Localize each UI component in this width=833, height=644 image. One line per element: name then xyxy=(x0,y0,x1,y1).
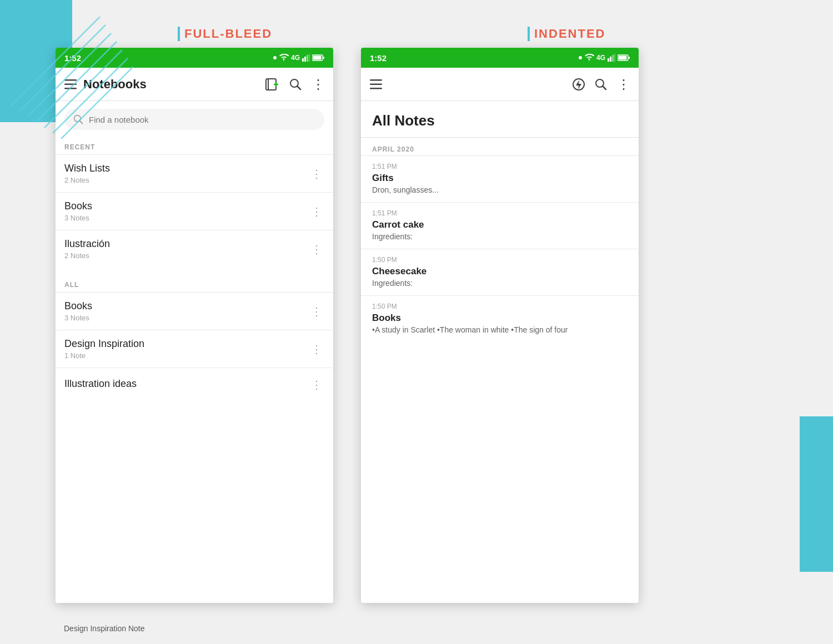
svg-rect-31 xyxy=(629,57,630,59)
note-time-carrot-cake: 1:51 PM xyxy=(372,209,628,217)
network-label: 4G xyxy=(291,54,300,62)
right-menu-icon[interactable] xyxy=(370,79,382,89)
all-notes-title: All Notes xyxy=(361,101,639,138)
svg-rect-33 xyxy=(370,83,382,85)
notebook-count-books-all: 3 Notes xyxy=(64,314,92,322)
notebook-item-design-inspiration[interactable]: Design Inspiration 1 Note ⋮ xyxy=(56,330,333,368)
svg-rect-9 xyxy=(307,55,308,62)
notebook-item-books-recent[interactable]: Books 3 Notes ⋮ xyxy=(56,192,333,230)
notebook-options-illustration-ideas[interactable]: ⋮ xyxy=(309,376,324,394)
note-item-carrot-cake[interactable]: 1:51 PM Carrot cake Ingredients: xyxy=(361,202,639,249)
svg-rect-15 xyxy=(64,83,77,85)
note-title-cheesecake: Cheesecake xyxy=(372,266,628,277)
svg-rect-25 xyxy=(608,58,609,62)
right-time: 1:52 xyxy=(370,53,387,63)
right-more-menu-icon[interactable]: ⋮ xyxy=(617,77,630,92)
right-hamburger-icon xyxy=(370,79,382,89)
left-label-text: FULL-BLEED xyxy=(184,27,272,41)
note-item-cheesecake[interactable]: 1:50 PM Cheesecake Ingredients: xyxy=(361,249,639,295)
note-preview-books: •A study in Scarlet •The woman in white … xyxy=(372,325,628,334)
svg-rect-16 xyxy=(64,88,77,89)
right-label-text: INDENTED xyxy=(534,27,605,41)
notebook-count-design-inspiration: 1 Note xyxy=(64,351,144,360)
notebook-name-design-inspiration: Design Inspiration xyxy=(64,338,144,350)
flash-icon[interactable] xyxy=(573,78,585,90)
notebook-item-books-all[interactable]: Books 3 Notes ⋮ xyxy=(56,292,333,330)
wifi-icon xyxy=(279,54,289,62)
svg-line-22 xyxy=(297,86,300,89)
left-time: 1:52 xyxy=(64,53,81,63)
left-toolbar-title: Notebooks xyxy=(83,77,265,92)
notebook-search-input[interactable] xyxy=(89,115,315,124)
notebook-search[interactable] xyxy=(64,109,324,130)
signal-bars xyxy=(302,54,310,62)
right-search-icon-svg xyxy=(595,78,607,90)
notebook-options-books-recent[interactable]: ⋮ xyxy=(309,203,324,220)
svg-rect-27 xyxy=(612,55,614,62)
more-menu-icon[interactable]: ⋮ xyxy=(312,77,324,92)
right-toolbar: ⋮ xyxy=(361,68,639,101)
left-phone: 1:52 4G Notebooks xyxy=(56,48,333,603)
left-status-bar: 1:52 4G xyxy=(56,48,333,68)
svg-rect-28 xyxy=(614,54,615,62)
note-preview-carrot-cake: Ingredients: xyxy=(372,232,628,241)
all-section-header: ALL xyxy=(56,275,333,292)
search-icon[interactable] xyxy=(289,78,302,90)
flash-circle-icon xyxy=(573,78,585,90)
menu-icon[interactable] xyxy=(64,79,77,89)
recent-section-header: RECENT xyxy=(56,138,333,154)
notebook-options-ilustracion[interactable]: ⋮ xyxy=(309,240,324,258)
note-time-cheesecake: 1:50 PM xyxy=(372,256,628,264)
battery-icon xyxy=(312,54,324,61)
notebook-name-illustration-ideas: Illustration ideas xyxy=(64,378,137,390)
left-toolbar: Notebooks ⋮ xyxy=(56,68,333,101)
right-signal-dot xyxy=(579,56,582,59)
signal-dot xyxy=(273,56,277,59)
notebook-options-books-all[interactable]: ⋮ xyxy=(309,303,324,320)
left-toolbar-icons: ⋮ xyxy=(265,77,324,92)
svg-rect-34 xyxy=(370,88,382,89)
notebook-item-wish-lists[interactable]: Wish Lists 2 Notes ⋮ xyxy=(56,154,333,192)
note-title-carrot-cake: Carrot cake xyxy=(372,219,628,230)
svg-rect-13 xyxy=(323,57,324,59)
svg-rect-12 xyxy=(313,56,322,60)
left-label: FULL-BLEED xyxy=(178,27,272,41)
notebook-item-ilustracion[interactable]: Ilustración 2 Notes ⋮ xyxy=(56,230,333,268)
svg-rect-7 xyxy=(302,58,304,62)
svg-marker-36 xyxy=(576,80,581,89)
right-toolbar-icons: ⋮ xyxy=(573,77,630,92)
right-label-bar xyxy=(528,27,530,41)
right-search-icon[interactable] xyxy=(595,78,607,90)
notebook-item-illustration-ideas[interactable]: Illustration ideas ⋮ xyxy=(56,368,333,401)
notebook-add-icon[interactable] xyxy=(265,78,279,91)
notebook-options-design-inspiration[interactable]: ⋮ xyxy=(309,340,324,358)
note-preview-cheesecake: Ingredients: xyxy=(372,279,628,288)
right-wifi-icon xyxy=(584,54,594,62)
note-item-books[interactable]: 1:50 PM Books •A study in Scarlet •The w… xyxy=(361,295,639,342)
left-label-bar xyxy=(178,27,180,41)
notebook-count-ilustracion: 2 Notes xyxy=(64,251,110,260)
svg-rect-10 xyxy=(309,54,310,62)
svg-rect-30 xyxy=(619,56,627,60)
left-status-icons: 4G xyxy=(273,54,324,62)
search-icon-svg xyxy=(289,78,302,90)
add-notebook-icon xyxy=(265,78,279,91)
svg-rect-32 xyxy=(370,79,382,81)
notebook-name-books-recent: Books xyxy=(64,200,92,212)
notebook-options-wish-lists[interactable]: ⋮ xyxy=(309,165,324,183)
right-signal-bars xyxy=(608,54,615,62)
hamburger-icon xyxy=(64,79,77,89)
right-battery-icon xyxy=(618,54,630,61)
note-title-books: Books xyxy=(372,313,628,324)
note-preview-gifts: Dron, sunglasses... xyxy=(372,185,628,194)
svg-line-24 xyxy=(79,120,82,123)
notebook-count-books-recent: 3 Notes xyxy=(64,214,92,222)
right-network-label: 4G xyxy=(596,54,605,62)
date-section-label: APRIL 2020 xyxy=(361,138,639,155)
note-title-gifts: Gifts xyxy=(372,173,628,184)
note-item-gifts[interactable]: 1:51 PM Gifts Dron, sunglasses... xyxy=(361,155,639,202)
note-time-books: 1:50 PM xyxy=(372,303,628,310)
svg-rect-14 xyxy=(64,79,77,81)
right-status-icons: 4G xyxy=(579,54,630,62)
right-status-bar: 1:52 4G xyxy=(361,48,639,68)
